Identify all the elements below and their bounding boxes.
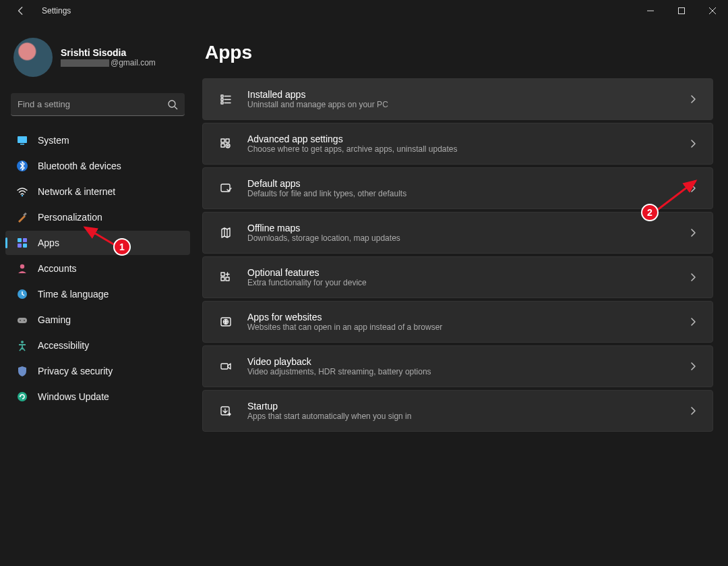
avatar (13, 38, 53, 77)
sidebar-item-privacy[interactable]: Privacy & security (5, 359, 190, 383)
close-button[interactable] (697, 0, 728, 22)
svg-rect-4 (18, 136, 27, 143)
user-email-suffix: @gmail.com (111, 58, 156, 67)
card-offline[interactable]: Offline maps Downloads, storage location… (202, 212, 713, 254)
svg-rect-26 (221, 139, 224, 142)
svg-point-17 (24, 320, 25, 321)
chevron-right-icon (687, 94, 699, 104)
card-subtitle: Defaults for file and link types, other … (247, 189, 687, 198)
bluetooth-icon (16, 160, 28, 172)
svg-rect-22 (221, 98, 223, 101)
maximize-icon (678, 7, 685, 14)
svg-line-3 (175, 107, 177, 109)
rect-check-icon (216, 182, 235, 194)
svg-point-19 (18, 392, 27, 401)
card-subtitle: Uninstall and manage apps on your PC (247, 100, 687, 109)
sidebar-item-accounts[interactable]: Accounts (5, 256, 190, 281)
grid-plus-icon (216, 271, 235, 283)
shield-icon (16, 365, 28, 377)
svg-rect-34 (226, 277, 229, 281)
user-block[interactable]: Srishti Sisodia @gmail.com (5, 34, 190, 89)
maximize-button[interactable] (666, 0, 697, 22)
sidebar-item-personalization[interactable]: Personalization (5, 205, 190, 229)
sidebar-item-gaming[interactable]: Gaming (5, 308, 190, 332)
card-video[interactable]: Video playback Video adjustments, HDR st… (202, 345, 713, 387)
sidebar-item-time[interactable]: Time & language (5, 282, 190, 306)
svg-point-29 (226, 144, 230, 148)
sidebar-item-label: System (38, 135, 69, 146)
svg-rect-32 (221, 273, 224, 276)
wifi-icon (16, 186, 28, 198)
email-redacted (61, 59, 109, 67)
close-icon (709, 7, 716, 14)
sidebar-item-label: Personalization (38, 212, 102, 223)
card-title: Advanced app settings (247, 134, 687, 144)
card-title: Default apps (247, 178, 687, 189)
arrow-left-icon (16, 6, 26, 16)
chevron-right-icon (687, 273, 699, 282)
sidebar-item-label: Windows Update (38, 391, 109, 402)
svg-rect-11 (18, 244, 22, 248)
apps-icon (16, 237, 28, 249)
card-title: Apps for websites (247, 312, 687, 322)
sidebar-item-label: Accessibility (38, 340, 89, 351)
list-icon (216, 93, 235, 105)
sidebar-item-label: Bluetooth & devices (38, 161, 121, 171)
search-box[interactable] (11, 93, 185, 116)
search-input[interactable] (18, 99, 167, 109)
sidebar-item-apps[interactable]: Apps (5, 231, 190, 255)
svg-rect-20 (221, 95, 223, 97)
card-websites[interactable]: Apps for websites Websites that can open… (202, 301, 713, 343)
card-subtitle: Choose where to get apps, archive apps, … (247, 144, 687, 154)
card-startup[interactable]: Startup Apps that start automatically wh… (202, 390, 713, 432)
svg-rect-8 (23, 213, 27, 217)
sidebar-item-bluetooth[interactable]: Bluetooth & devices (5, 154, 190, 178)
card-advanced[interactable]: Advanced app settings Choose where to ge… (202, 123, 713, 165)
card-installed[interactable]: Installed apps Uninstall and manage apps… (202, 78, 713, 120)
access-icon (16, 339, 28, 351)
card-subtitle: Apps that start automatically when you s… (247, 412, 687, 421)
sidebar-item-update[interactable]: Windows Update (5, 385, 190, 409)
update-icon (16, 391, 28, 403)
user-name: Srishti Sisodia (61, 47, 156, 58)
card-title: Optional features (247, 267, 687, 278)
svg-rect-10 (23, 238, 27, 242)
clock-icon (16, 288, 28, 300)
svg-point-2 (169, 101, 175, 107)
back-button[interactable] (13, 3, 28, 18)
minimize-icon (647, 7, 654, 14)
user-email: @gmail.com (61, 58, 156, 67)
chevron-right-icon (687, 317, 699, 327)
card-list: Installed apps Uninstall and manage apps… (202, 78, 713, 432)
card-title: Video playback (247, 356, 687, 367)
svg-rect-5 (20, 144, 24, 145)
svg-rect-24 (221, 102, 223, 104)
chevron-right-icon (687, 139, 699, 148)
sidebar-item-system[interactable]: System (5, 128, 190, 152)
sidebar-item-label: Gaming (38, 314, 71, 325)
sidebar: Srishti Sisodia @gmail.com SystemBluetoo… (0, 22, 195, 566)
card-optional[interactable]: Optional features Extra functionality fo… (202, 256, 713, 298)
sidebar-item-label: Accounts (38, 263, 77, 274)
card-default[interactable]: Default apps Defaults for file and link … (202, 167, 713, 209)
card-subtitle: Extra functionality for your device (247, 278, 687, 287)
nav-list: SystemBluetooth & devicesNetwork & inter… (5, 128, 190, 409)
window-controls (635, 0, 728, 22)
video-icon (216, 360, 235, 372)
titlebar: Settings (0, 0, 728, 22)
svg-rect-37 (221, 364, 228, 369)
card-subtitle: Downloads, storage location, map updates (247, 233, 687, 243)
sidebar-item-network[interactable]: Network & internet (5, 179, 190, 204)
sidebar-item-label: Privacy & security (38, 366, 113, 376)
minimize-button[interactable] (635, 0, 666, 22)
card-title: Startup (247, 401, 687, 412)
brush-icon (16, 211, 28, 223)
svg-point-16 (20, 320, 21, 321)
svg-rect-1 (679, 8, 685, 14)
sidebar-item-accessibility[interactable]: Accessibility (5, 333, 190, 358)
chevron-right-icon (687, 406, 699, 416)
sidebar-item-label: Time & language (38, 289, 109, 300)
search-icon (167, 99, 178, 110)
svg-rect-28 (221, 144, 224, 147)
globe-rect-icon (216, 316, 235, 328)
